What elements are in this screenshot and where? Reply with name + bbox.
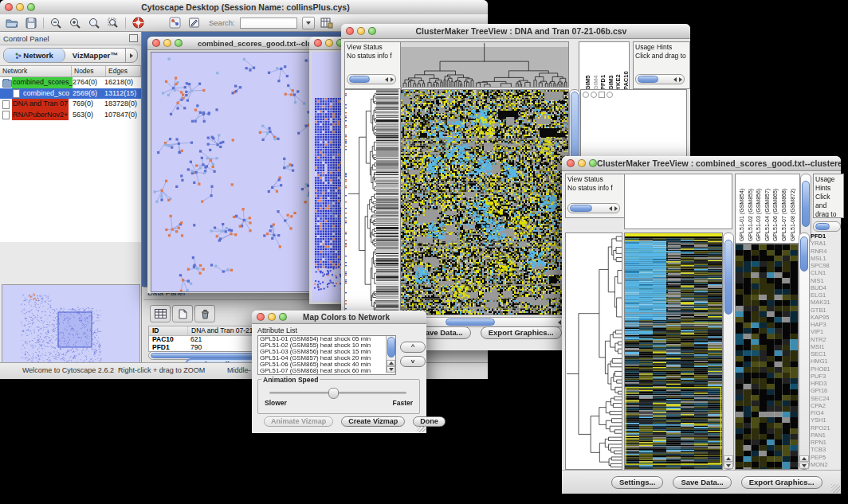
animation-speed-slider[interactable] [269,392,406,394]
close-button[interactable] [152,39,160,47]
gene-label[interactable]: SPC98 [811,262,839,269]
scrollbar-thumb[interactable] [349,76,370,83]
row-label-strip[interactable] [376,89,398,315]
arrow-left-icon[interactable] [673,77,677,82]
gene-label[interactable]: VIP1 [811,328,839,335]
open-file-icon[interactable] [5,17,19,29]
gene-label[interactable]: FIG4 [811,409,839,416]
gene-label[interactable]: GPI16 [811,387,839,394]
delete-attribute-trash-icon[interactable] [194,305,215,322]
gene-label[interactable]: SEC24 [811,395,839,402]
gene-label[interactable]: PFD1 [811,232,839,240]
zoom-button[interactable] [589,159,597,167]
gene-label[interactable]: MSI1 [811,343,839,350]
mini-select-icon[interactable] [599,92,605,98]
gene-label[interactable]: YRA1 [811,240,839,247]
column-header-id[interactable]: ID [149,326,188,335]
gene-label[interactable]: MSL1 [811,255,839,262]
usage-hints-scrollbar[interactable] [813,221,841,232]
close-button[interactable] [5,3,13,11]
gene-label[interactable]: CLN1 [811,269,839,276]
scroll-down-button[interactable] [387,366,395,373]
gene-label[interactable]: GTB1 [811,307,839,314]
column-dendrogram-canvas[interactable] [400,41,569,88]
column-header-nodes[interactable]: Nodes [72,66,106,76]
minimize-button[interactable] [325,39,333,47]
gene-label[interactable]: ELG1 [811,291,839,299]
attribute-list[interactable]: GPL51-01 (GSM854) heat shock 05 minGPL51… [257,335,396,375]
minimize-button[interactable] [163,39,171,47]
column-dendrogram-area[interactable] [624,174,732,229]
tab-network[interactable]: Network [4,49,65,62]
arrow-right-icon[interactable] [679,77,682,82]
animate-vizmap-button[interactable]: Animate Vizmap [264,416,333,427]
close-button[interactable] [346,27,354,35]
view-status-scrollbar[interactable] [347,74,396,84]
zoom-heatmap-canvas[interactable] [735,244,799,470]
gene-label[interactable]: PEP5 [811,454,839,461]
zoom-selected-icon[interactable] [106,17,120,29]
usage-hints-scrollbar[interactable] [635,74,685,84]
close-button[interactable] [257,313,265,321]
annotation-tool-icon[interactable] [186,17,201,29]
scrollbar-arrows[interactable] [385,77,394,82]
gene-label[interactable]: KAP95 [811,314,839,321]
arrow-left-icon[interactable] [558,320,561,325]
zoom-button[interactable] [368,27,376,35]
move-up-button[interactable]: ^ [400,342,426,353]
gene-label[interactable]: HMG1 [811,357,839,365]
search-dropdown-button[interactable] [302,17,315,29]
birdseye-canvas[interactable] [2,285,138,368]
arrow-left-icon[interactable] [609,206,612,211]
gene-dendrogram-canvas[interactable] [344,89,377,315]
gene-label[interactable]: PHO81 [811,365,839,373]
network-row[interactable]: RNAPuberNov2+563(0)107847(0) [0,110,141,121]
scrollbar-arrows[interactable] [609,206,618,211]
mini-zoom-icon[interactable] [607,92,613,98]
close-button[interactable] [314,39,322,47]
gene-label[interactable]: PAN1 [811,432,839,439]
scrollbar-thumb[interactable] [815,223,830,230]
minimize-button[interactable] [578,159,586,167]
gene-label[interactable]: PUF3 [811,373,839,380]
minimize-button[interactable] [357,27,365,35]
view-status-scrollbar[interactable] [567,203,620,213]
minimize-button[interactable] [16,3,24,11]
gene-dendrogram-canvas[interactable] [565,232,622,470]
birdseye-view[interactable] [2,284,140,370]
attribute-list-item[interactable]: GPL51-07 (GSM868) heat shock 60 min [258,368,395,374]
treeview1-titlebar[interactable]: ClusterMaker TreeView : DNA and Tran 07-… [341,24,690,39]
main-heatmap-canvas[interactable] [624,232,723,470]
zoom-out-icon[interactable] [49,17,63,29]
scrollbar-thumb[interactable] [387,337,395,357]
zoom-fit-icon[interactable] [87,17,101,29]
map-colors-titlebar[interactable]: Map Colors to Network [252,311,426,324]
arrow-right-icon[interactable] [614,206,618,211]
attribute-table-icon[interactable] [150,305,171,322]
scrollbar-arrows[interactable] [673,77,682,82]
heatmap-vscrollbar[interactable] [723,232,734,470]
zoom-in-icon[interactable] [68,17,82,29]
gene-name-list[interactable]: PFD1YRA1RNR4MSL1SPC98CLN1NIS1BUD4ELG1MAK… [811,232,839,468]
resize-grip[interactable] [831,484,840,493]
tab-vizmapper[interactable]: VizMapper™ [65,49,126,62]
arrow-right-icon[interactable] [391,77,394,82]
network-row[interactable]: combined_scores_2764(0)16218(0) [0,77,141,88]
scroll-down-button[interactable] [799,463,809,469]
search-input[interactable] [240,18,297,29]
create-vizmap-button[interactable]: Create Vizmap [341,416,405,427]
scrollbar-thumb[interactable] [446,318,495,326]
scrollbar-thumb[interactable] [638,76,658,83]
gene-label[interactable]: RNR4 [811,248,839,255]
network-row[interactable]: combined_sco2569(6)13112(15) [0,88,141,100]
gene-label[interactable]: MAK31 [811,299,839,306]
scroll-down-button[interactable] [724,463,733,469]
gene-label[interactable]: BUD4 [811,284,839,291]
mini-zoom-icon[interactable] [583,92,589,98]
node-tool-icon[interactable] [167,17,182,29]
mini-zoom-icon[interactable] [591,92,597,98]
main-titlebar[interactable]: Cytoscape Desktop (Session Name: collins… [0,0,488,15]
move-down-button[interactable]: v [400,356,426,367]
gene-label[interactable]: YSH1 [811,416,839,424]
close-button[interactable] [567,159,575,167]
